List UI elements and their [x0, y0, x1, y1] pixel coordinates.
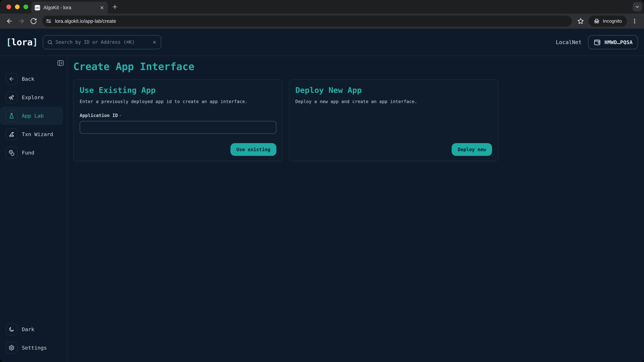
deploy-new-app-card: Deploy New App Deploy a new app and crea…: [289, 79, 498, 161]
arrow-left-icon: [6, 17, 13, 25]
address-bar[interactable]: lora.algokit.io/app-lab/create: [42, 15, 572, 27]
telescope-icon: [6, 91, 18, 103]
network-label[interactable]: LocalNet: [556, 39, 582, 45]
card-title: Deploy New App: [295, 85, 492, 95]
sidebar-item-settings[interactable]: Settings: [0, 339, 63, 357]
kebab-menu-icon: [632, 18, 638, 24]
sidebar-item-label: Dark: [22, 326, 34, 332]
sidebar-nav: Back Explore: [0, 70, 67, 162]
sidebar-item-explore[interactable]: Explore: [0, 88, 63, 107]
global-search[interactable]: [43, 35, 161, 49]
new-tab-button[interactable]: [111, 3, 119, 11]
gear-icon: [6, 342, 18, 354]
browser-tab[interactable]: [ak] AlgoKit - lora: [31, 2, 108, 13]
application-id-label: Application ID: [80, 113, 118, 118]
main-content: Create App Interface Use Existing App En…: [67, 56, 644, 362]
fullscreen-window-button[interactable]: [24, 4, 28, 9]
logo-text: lora: [12, 37, 32, 47]
sidebar-item-label: App Lab: [22, 113, 44, 119]
card-description: Deploy a new app and create an app inter…: [295, 99, 492, 104]
card-description: Enter a previously deployed app id to cr…: [80, 99, 276, 104]
use-existing-app-card: Use Existing App Enter a previously depl…: [73, 79, 283, 161]
tab-title: AlgoKit - lora: [44, 5, 96, 10]
plus-icon: [112, 4, 118, 10]
minimize-window-button[interactable]: [15, 4, 20, 9]
tab-favicon: [ak]: [35, 5, 40, 10]
url-text: lora.algokit.io/app-lab/create: [55, 18, 116, 24]
search-clear-icon[interactable]: [152, 40, 157, 44]
page-title: Create App Interface: [73, 61, 644, 72]
coins-icon: [6, 147, 18, 159]
browser-forward-button[interactable]: [16, 16, 26, 26]
incognito-label: Incognito: [603, 18, 622, 24]
card-actions: Use existing: [80, 143, 276, 156]
card-title: Use Existing App: [80, 85, 276, 95]
sidebar-item-theme-toggle[interactable]: Dark: [0, 320, 63, 339]
site-settings-button[interactable]: [44, 17, 53, 25]
lora-logo[interactable]: [lora]: [6, 37, 38, 47]
arrow-right-icon: [18, 17, 25, 25]
sidebar: Back Explore: [0, 56, 67, 362]
sidebar-collapse-button[interactable]: [57, 59, 64, 67]
incognito-icon: [593, 18, 600, 24]
logo-bracket-close: ]: [32, 37, 38, 47]
sidebar-item-fund[interactable]: Fund: [0, 143, 63, 162]
deploy-new-button[interactable]: Deploy new: [452, 143, 492, 156]
browser-reload-button[interactable]: [29, 16, 38, 26]
tab-search-button[interactable]: [632, 2, 642, 11]
card-actions: Deploy new: [295, 143, 492, 156]
window-controls: [6, 4, 28, 9]
logo-bracket-open: [: [6, 37, 12, 47]
sidebar-item-txn-wizard[interactable]: Txn Wizard: [0, 125, 63, 143]
search-input[interactable]: [56, 39, 150, 45]
back-arrow-icon: [6, 73, 18, 85]
tab-close-icon[interactable]: [100, 5, 104, 10]
lora-app: [lora] LocalNet HMWD…PQSA: [0, 29, 644, 362]
close-window-button[interactable]: [6, 4, 11, 9]
sidebar-item-app-lab[interactable]: App Lab: [0, 107, 63, 125]
wizard-hat-icon: [6, 128, 18, 140]
required-marker: *: [120, 114, 121, 118]
cards-row: Use Existing App Enter a previously depl…: [73, 79, 644, 161]
browser-toolbar: lora.algokit.io/app-lab/create Incognito: [0, 13, 644, 29]
app-header: [lora] LocalNet HMWD…PQSA: [0, 29, 644, 56]
panel-collapse-icon: [57, 59, 64, 67]
moon-icon: [6, 324, 18, 335]
sidebar-item-label: Settings: [22, 345, 47, 351]
browser-menu-button[interactable]: [630, 16, 640, 26]
star-icon: [577, 18, 584, 24]
incognito-badge[interactable]: Incognito: [588, 15, 627, 27]
wallet-icon: [593, 38, 601, 46]
browser-window: [ak] AlgoKit - lora: [0, 0, 644, 362]
bookmark-button[interactable]: [576, 16, 586, 26]
sidebar-footer: Dark Settings: [0, 320, 67, 357]
application-id-input[interactable]: [80, 121, 276, 134]
wallet-button[interactable]: HMWD…PQSA: [588, 35, 638, 49]
sidebar-item-label: Fund: [22, 150, 34, 156]
tune-icon: [46, 18, 52, 24]
application-id-field: Application ID*: [80, 113, 276, 134]
sidebar-item-label: Explore: [22, 94, 44, 100]
tab-bar: [ak] AlgoKit - lora: [0, 0, 644, 13]
reload-icon: [30, 17, 37, 25]
header-right: LocalNet HMWD…PQSA: [556, 35, 638, 49]
browser-back-button[interactable]: [4, 16, 14, 26]
sidebar-item-label: Txn Wizard: [22, 131, 53, 137]
use-existing-button[interactable]: Use existing: [230, 143, 276, 156]
wallet-address: HMWD…PQSA: [604, 39, 632, 45]
sidebar-item-label: Back: [22, 76, 34, 82]
search-icon: [47, 39, 53, 45]
sidebar-item-back[interactable]: Back: [0, 70, 63, 88]
chevron-down-icon: [634, 4, 640, 9]
flask-icon: [6, 110, 18, 122]
